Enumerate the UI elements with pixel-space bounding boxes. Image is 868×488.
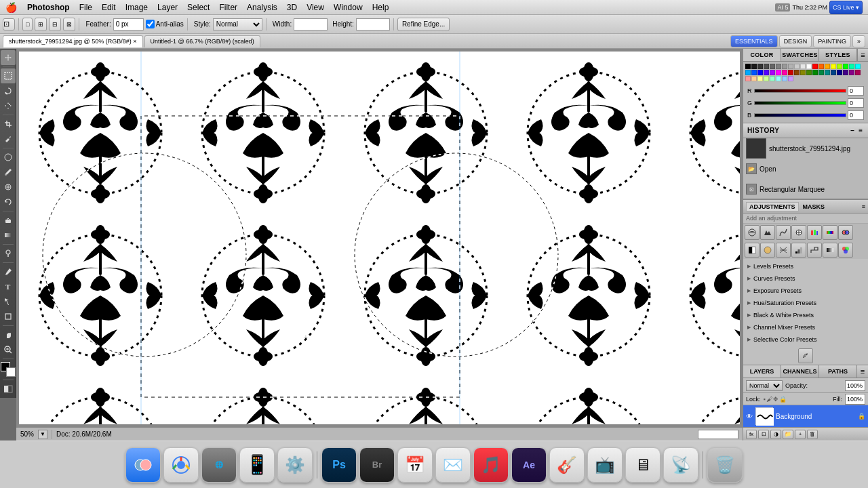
swatch-item[interactable] (782, 70, 787, 75)
opacity-input[interactable] (845, 380, 865, 391)
delete-layer-btn[interactable]: 🗑 (807, 430, 818, 439)
swatch-item[interactable] (831, 64, 836, 69)
tab-paths[interactable]: PATHS (819, 365, 857, 378)
menu-view[interactable]: View (302, 1, 329, 14)
dock-music[interactable]: 🎵 (473, 447, 509, 483)
width-input[interactable] (294, 18, 328, 30)
swatch-item[interactable] (843, 64, 848, 69)
swatch-item[interactable] (849, 64, 854, 69)
layer-eye-icon[interactable]: 👁 (746, 413, 753, 420)
menu-filter[interactable]: Filter (214, 1, 242, 14)
swatch-item[interactable] (837, 64, 842, 69)
swatch-item[interactable] (751, 70, 757, 75)
dock-app3[interactable]: ⚙️ (277, 447, 313, 483)
tool-pen[interactable] (1, 264, 16, 279)
menu-file[interactable]: File (75, 1, 97, 14)
tool-lasso[interactable] (1, 83, 16, 98)
style-select[interactable]: Normal Fixed Ratio Fixed Size (213, 18, 262, 30)
dock-finder[interactable] (125, 447, 161, 483)
swatch-item[interactable] (825, 70, 830, 75)
dock-app8[interactable]: 🖥 (625, 447, 660, 483)
adj-levels-icon[interactable] (760, 225, 775, 240)
preset-item-4[interactable]: ▶Black & White Presets (745, 309, 867, 321)
adj-brightness-icon[interactable] (745, 225, 760, 240)
tab-styles[interactable]: STYLES (819, 49, 857, 61)
swatch-item[interactable] (825, 64, 830, 69)
subtract-selection-btn[interactable]: ⊟ (49, 18, 61, 31)
tool-path-select[interactable] (1, 294, 16, 309)
swatch-item[interactable] (794, 70, 800, 75)
swatch-item[interactable] (764, 76, 769, 81)
apple-logo-icon[interactable]: 🍎 (5, 2, 17, 13)
feather-input[interactable] (113, 18, 144, 30)
adj-posterize-icon[interactable] (791, 243, 806, 258)
preset-item-6[interactable]: ▶Selective Color Presets (745, 333, 867, 346)
swatch-item[interactable] (806, 64, 812, 69)
swatch-item[interactable] (757, 70, 763, 75)
swatch-item[interactable] (782, 76, 787, 81)
g-slider[interactable] (754, 101, 846, 105)
r-slider[interactable] (754, 89, 846, 93)
adj-gradient-map-icon[interactable] (823, 243, 837, 258)
tool-marquee[interactable] (1, 68, 16, 83)
tool-move[interactable] (1, 50, 16, 65)
preset-item-1[interactable]: ▶Curves Presets (745, 272, 867, 285)
adj-tab-adjustments[interactable]: ADJUSTMENTS (746, 202, 799, 211)
swatch-item[interactable] (806, 70, 812, 75)
dock-app7[interactable]: 📺 (587, 447, 623, 483)
menu-image[interactable]: Image (121, 1, 153, 14)
swatch-item[interactable] (788, 70, 793, 75)
new-group-btn[interactable]: 📁 (783, 430, 793, 439)
swatch-item[interactable] (751, 76, 757, 81)
fill-input[interactable] (845, 394, 865, 405)
dock-chrome[interactable] (163, 447, 199, 483)
tab-main-doc[interactable]: shutterstock_79951294.jpg @ 50% (RGB/8#)… (3, 35, 143, 47)
tool-eraser[interactable] (1, 213, 16, 228)
layers-options-icon[interactable]: ≡ (857, 365, 868, 378)
b-slider[interactable] (754, 113, 846, 117)
layer-fx-btn[interactable]: fx (746, 430, 757, 439)
swatch-item[interactable] (745, 70, 751, 75)
history-panel-options[interactable]: ≡ (857, 127, 864, 134)
dock-ae[interactable]: Ae (511, 447, 547, 483)
menu-photoshop[interactable]: Photoshop (22, 1, 75, 14)
swatch-item[interactable] (855, 70, 861, 75)
adj-clipping-btn[interactable] (798, 348, 813, 363)
adj-channel-mixer-icon[interactable] (776, 243, 791, 258)
b-input[interactable] (848, 110, 864, 120)
background-color[interactable] (6, 367, 16, 377)
adj-vibrance-icon[interactable] (807, 225, 822, 240)
r-input[interactable] (848, 86, 864, 96)
swatch-item[interactable] (855, 64, 861, 69)
swatch-item[interactable] (812, 70, 818, 75)
tool-clone[interactable] (1, 180, 16, 195)
swatch-item[interactable] (776, 64, 781, 69)
dock-bridge[interactable]: Br (359, 447, 395, 483)
preset-item-2[interactable]: ▶Exposure Presets (745, 285, 867, 297)
preset-item-0[interactable]: ▶Levels Presets (745, 260, 867, 272)
lock-all-icon[interactable]: 🔒 (779, 396, 787, 403)
swatch-item[interactable] (770, 64, 775, 69)
workspace-more-btn[interactable]: » (852, 35, 865, 47)
tool-healing[interactable] (1, 150, 16, 165)
swatch-item[interactable] (764, 70, 769, 75)
tool-shape[interactable] (1, 309, 16, 324)
tool-hand[interactable] (1, 327, 16, 342)
swatch-item[interactable] (764, 64, 769, 69)
tool-eyedropper[interactable] (1, 131, 16, 146)
swatch-item[interactable] (831, 70, 836, 75)
adj-exposure-icon[interactable] (791, 225, 806, 240)
g-input[interactable] (848, 98, 864, 108)
dock-app6[interactable]: 🎸 (549, 447, 585, 483)
swatch-item[interactable] (788, 64, 793, 69)
adj-selective-color-icon[interactable] (838, 243, 853, 258)
tool-history-brush[interactable] (1, 195, 16, 209)
tool-dodge[interactable] (1, 246, 16, 261)
swatch-item[interactable] (794, 64, 800, 69)
fg-bg-color-display[interactable] (1, 362, 16, 377)
tool-type[interactable]: T (1, 279, 16, 294)
tab-channels[interactable]: CHANNELS (781, 365, 819, 378)
tool-brush[interactable] (1, 165, 16, 180)
workspace-essentials-btn[interactable]: ESSENTIALS (730, 35, 778, 47)
adj-curves-icon[interactable] (776, 225, 791, 240)
